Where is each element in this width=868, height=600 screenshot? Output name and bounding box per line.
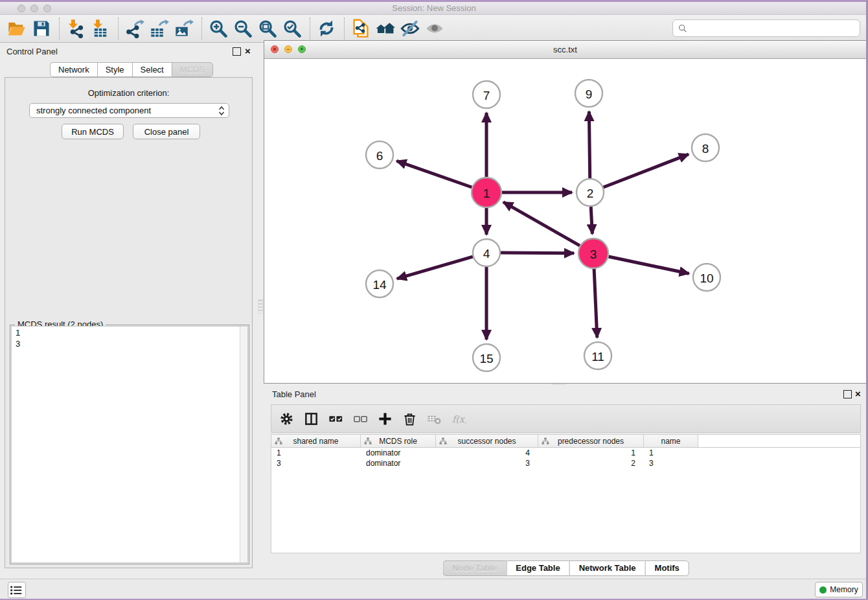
open-session-icon[interactable] xyxy=(5,16,30,41)
column-header-name[interactable]: name xyxy=(644,435,698,447)
export-table-icon[interactable] xyxy=(148,16,172,41)
cell-mcds-role[interactable]: dominator xyxy=(361,448,436,458)
graph-node-9[interactable]: 9 xyxy=(575,80,602,107)
save-session-icon[interactable] xyxy=(30,16,54,41)
graph-edge-3-10[interactable] xyxy=(609,257,689,273)
tab-network-table[interactable]: Network Table xyxy=(569,560,645,576)
mcds-result-box[interactable]: 13 xyxy=(11,326,248,563)
import-network-icon[interactable] xyxy=(64,16,89,41)
tab-node-table[interactable]: Node Table xyxy=(442,560,506,576)
graph-node-2[interactable]: 2 xyxy=(577,179,604,206)
close-window-icon[interactable] xyxy=(17,5,25,12)
criterion-select[interactable]: strongly connected component xyxy=(29,103,229,118)
graph-edge-1-6[interactable] xyxy=(396,161,472,187)
table-panel-close-icon[interactable]: × xyxy=(855,389,861,398)
graph-node-7[interactable]: 7 xyxy=(473,81,500,108)
task-history-button[interactable] xyxy=(8,582,26,598)
column-header-successor-nodes[interactable]: successor nodes xyxy=(436,435,538,447)
hide-selected-icon[interactable] xyxy=(398,16,423,41)
run-mcds-button[interactable]: Run MCDS xyxy=(62,124,124,139)
control-panel-float-icon[interactable] xyxy=(233,47,241,56)
create-column-icon[interactable] xyxy=(376,410,394,428)
vertical-splitter-handle[interactable] xyxy=(258,299,263,314)
main-toolbar xyxy=(0,15,868,43)
table-panel-float-icon[interactable] xyxy=(843,390,852,398)
network-graph[interactable]: 7968124314101511 xyxy=(264,59,866,383)
import-table-icon[interactable] xyxy=(89,16,113,41)
result-scrollbar[interactable] xyxy=(240,327,247,562)
network-minimize-icon[interactable]: − xyxy=(284,45,292,53)
svg-text:1: 1 xyxy=(483,187,490,200)
column-header-mcds-role[interactable]: MCDS role xyxy=(361,435,436,447)
graph-node-3[interactable]: 3 xyxy=(578,238,608,268)
memory-button[interactable]: Memory xyxy=(815,582,863,597)
apply-layout-icon[interactable] xyxy=(315,16,339,41)
close-panel-button[interactable]: Close panel xyxy=(133,124,200,139)
table-row[interactable]: 3dominator323 xyxy=(271,458,860,468)
control-panel-body: Optimization criterion: strongly connect… xyxy=(5,77,253,568)
tab-network[interactable]: Network xyxy=(50,62,97,77)
graph-edge-2-9[interactable] xyxy=(589,111,589,178)
cell-predecessor-nodes[interactable]: 1 xyxy=(538,448,644,458)
first-neighbors-icon[interactable] xyxy=(374,16,398,41)
graph-node-10[interactable]: 10 xyxy=(693,264,720,291)
zoom-in-icon[interactable] xyxy=(207,16,231,41)
cell-mcds-role[interactable]: dominator xyxy=(361,458,436,468)
cell-name[interactable]: 1 xyxy=(644,448,698,458)
zoom-window-icon[interactable] xyxy=(43,5,51,12)
column-display-icon[interactable] xyxy=(303,410,321,428)
graph-edge-3-11[interactable] xyxy=(594,269,597,338)
graph-edge-2-8[interactable] xyxy=(604,154,689,187)
zoom-out-icon[interactable] xyxy=(231,16,256,41)
table-row[interactable]: 1dominator411 xyxy=(271,448,860,458)
search-icon xyxy=(678,24,687,33)
cell-predecessor-nodes[interactable]: 2 xyxy=(538,458,644,468)
network-window-titlebar[interactable]: × − + scc.txt xyxy=(264,41,866,59)
graph-node-1[interactable]: 1 xyxy=(472,178,501,207)
minimize-window-icon[interactable] xyxy=(30,5,38,12)
select-all-columns-icon[interactable] xyxy=(327,410,345,428)
clone-network-icon[interactable] xyxy=(349,16,374,41)
function-builder-icon: f(x) xyxy=(450,410,468,428)
graph-node-6[interactable]: 6 xyxy=(366,141,393,168)
cell-successor-nodes[interactable]: 3 xyxy=(436,458,538,468)
export-image-icon[interactable] xyxy=(172,16,197,41)
tab-motifs[interactable]: Motifs xyxy=(645,560,689,576)
tab-edge-table[interactable]: Edge Table xyxy=(506,560,569,576)
delete-columns-icon[interactable] xyxy=(401,410,419,428)
dropdown-stepper-icon xyxy=(218,106,225,116)
column-header-predecessor-nodes[interactable]: predecessor nodes xyxy=(538,435,644,447)
graph-node-15[interactable]: 15 xyxy=(473,344,500,371)
graph-node-11[interactable]: 11 xyxy=(584,342,611,369)
graph-node-4[interactable]: 4 xyxy=(473,239,500,266)
graph-node-14[interactable]: 14 xyxy=(366,270,393,297)
network-zoom-icon[interactable]: + xyxy=(298,45,306,53)
zoom-selected-icon[interactable] xyxy=(280,16,305,41)
column-label: name xyxy=(661,437,680,446)
search-box[interactable] xyxy=(672,19,860,37)
unselect-all-columns-icon[interactable] xyxy=(352,410,370,428)
column-header-shared-name[interactable]: shared name xyxy=(271,435,361,447)
toolbar-separator xyxy=(310,17,310,40)
search-input[interactable] xyxy=(691,23,854,34)
graph-edge-3-1[interactable] xyxy=(503,202,580,246)
control-panel-close-icon[interactable]: × xyxy=(245,47,251,55)
tab-select[interactable]: Select xyxy=(132,62,172,77)
graph-node-8[interactable]: 8 xyxy=(692,134,719,161)
network-close-icon[interactable]: × xyxy=(271,45,279,53)
graph-edge-4-3[interactable] xyxy=(501,253,574,253)
table-body: 1dominator4113dominator323 xyxy=(271,448,860,468)
cell-shared-name[interactable]: 3 xyxy=(271,458,361,468)
export-network-icon[interactable] xyxy=(123,16,148,41)
cell-successor-nodes[interactable]: 4 xyxy=(436,448,538,458)
tab-style[interactable]: Style xyxy=(97,62,132,77)
tab-mcds[interactable]: MCDS xyxy=(172,62,213,77)
cell-shared-name[interactable]: 1 xyxy=(271,448,361,458)
control-panel-tabs: NetworkStyleSelectMCDS xyxy=(50,62,213,77)
zoom-fit-icon[interactable] xyxy=(256,16,280,41)
cell-name[interactable]: 3 xyxy=(644,458,698,468)
graph-edge-2-3[interactable] xyxy=(591,207,592,234)
show-all-icon[interactable] xyxy=(423,16,448,41)
graph-edge-4-14[interactable] xyxy=(397,257,473,279)
table-mode-gear-icon[interactable] xyxy=(278,410,296,428)
